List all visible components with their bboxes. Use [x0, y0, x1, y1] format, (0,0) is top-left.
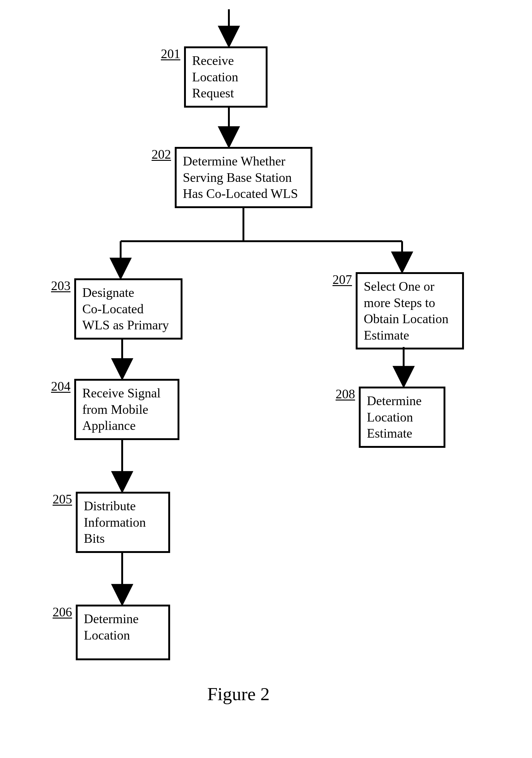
- flowchart-connectors: [0, 0, 532, 758]
